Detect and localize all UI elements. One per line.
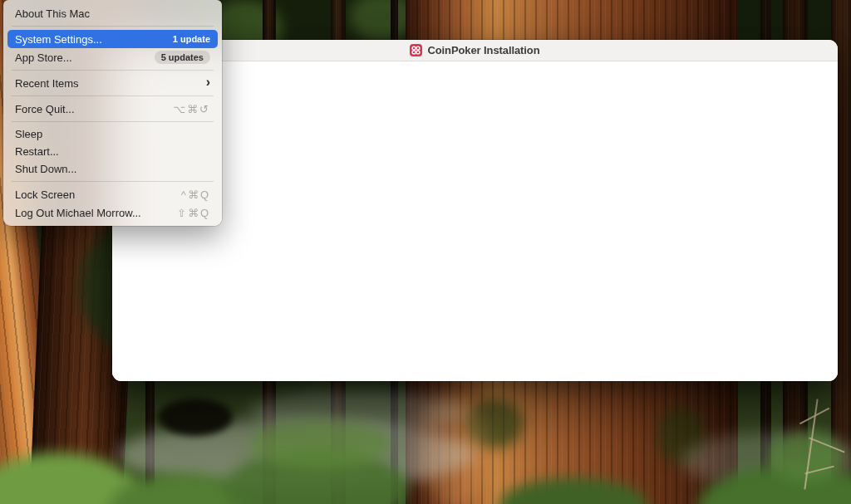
menu-item-shut-down[interactable]: Shut Down... [7,160,218,178]
updates-count-badge: 5 updates [155,51,210,64]
menu-item-label: Lock Screen [15,188,181,201]
desktop: CoinPoker Installation About This Mac Sy… [0,0,851,504]
menu-item-sleep[interactable]: Sleep [7,125,218,143]
menu-separator [12,26,214,27]
menu-item-restart[interactable]: Restart... [7,143,218,160]
menu-item-label: Shut Down... [15,163,210,175]
window-title: CoinPoker Installation [427,44,539,56]
menu-separator [12,70,214,71]
menu-item-recent-items[interactable]: Recent Items › [7,74,218,92]
fallen-log [158,399,233,436]
menu-separator [12,181,214,182]
menu-separator [12,95,214,96]
menu-item-label: Recent Items [15,77,206,90]
keyboard-shortcut: ^⌘Q [181,188,210,201]
menu-item-log-out[interactable]: Log Out Michael Morrow... ⇧⌘Q [7,203,218,222]
menu-item-label: About This Mac [15,7,210,20]
menu-item-label: Force Quit... [15,103,173,115]
menu-item-about-this-mac[interactable]: About This Mac [7,4,218,22]
keyboard-shortcut: ⌥⌘↺ [173,103,210,115]
update-count-badge: 1 update [173,34,210,44]
menu-item-lock-screen[interactable]: Lock Screen ^⌘Q [7,185,218,203]
apple-menu: About This Mac System Settings... 1 upda… [3,0,222,226]
menu-item-label: Sleep [15,128,210,140]
keyboard-shortcut: ⇧⌘Q [177,207,210,219]
menu-item-system-settings[interactable]: System Settings... 1 update [7,30,218,48]
coinpoker-app-icon [410,44,422,56]
menu-item-force-quit[interactable]: Force Quit... ⌥⌘↺ [7,100,218,118]
ground-foliage [249,419,391,469]
menu-item-label: Log Out Michael Morrow... [15,207,177,219]
menu-separator [12,121,214,122]
submenu-chevron-icon: › [206,76,210,89]
menu-item-label: App Store... [15,51,155,64]
menu-item-label: System Settings... [15,33,173,46]
menu-item-label: Restart... [15,145,210,158]
menu-item-app-store[interactable]: App Store... 5 updates [7,48,218,66]
